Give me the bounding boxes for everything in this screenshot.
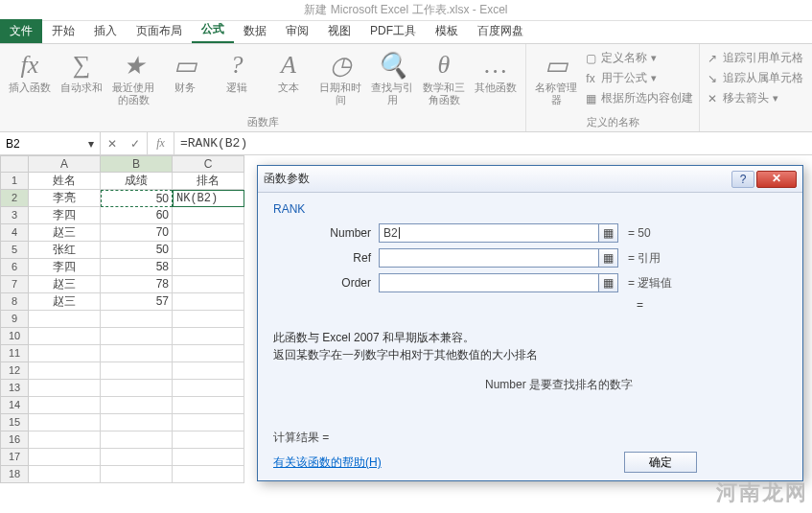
cell[interactable] xyxy=(29,380,101,397)
dialog-titlebar[interactable]: 函数参数 ? ✕ xyxy=(258,166,802,193)
col-header-a[interactable]: A xyxy=(29,155,101,173)
cell[interactable] xyxy=(173,380,244,397)
cell[interactable] xyxy=(101,431,173,449)
tab-formula[interactable]: 公式 xyxy=(192,17,234,43)
row-header[interactable]: 11 xyxy=(0,345,29,362)
name-box[interactable]: ▾ xyxy=(0,132,101,154)
col-header-c[interactable]: C xyxy=(173,155,244,173)
tab-file[interactable]: 文件 xyxy=(0,19,42,43)
datetime-button[interactable]: ◷日期和时间 xyxy=(316,47,364,106)
trace-precedents-button[interactable]: ↗追踪引用单元格 xyxy=(706,49,803,67)
cell[interactable] xyxy=(101,414,173,431)
cell[interactable] xyxy=(173,431,244,449)
arg-order-input[interactable] xyxy=(379,273,599,292)
tab-review[interactable]: 审阅 xyxy=(276,19,318,43)
cell[interactable] xyxy=(101,449,173,466)
cell[interactable]: 50 xyxy=(101,242,173,259)
text-button[interactable]: A文本 xyxy=(265,47,313,106)
cell[interactable]: 78 xyxy=(101,276,173,293)
cell[interactable] xyxy=(29,345,101,362)
tab-data[interactable]: 数据 xyxy=(234,19,276,43)
tab-insert[interactable]: 插入 xyxy=(84,19,127,43)
cell[interactable]: 赵三 xyxy=(29,224,101,242)
cell[interactable] xyxy=(101,397,173,414)
ok-button[interactable]: 确定 xyxy=(624,452,697,473)
cell[interactable]: 赵三 xyxy=(29,293,101,311)
row-header[interactable]: 18 xyxy=(0,466,29,483)
name-box-input[interactable] xyxy=(6,137,88,151)
cell[interactable] xyxy=(173,466,244,483)
cell[interactable]: 李四 xyxy=(29,207,101,224)
cell[interactable] xyxy=(29,397,101,414)
cell[interactable] xyxy=(29,466,101,483)
select-all-corner[interactable] xyxy=(0,155,29,173)
cell[interactable] xyxy=(29,414,101,431)
tab-pdf[interactable]: PDF工具 xyxy=(360,19,426,43)
create-from-selection-button[interactable]: ▦根据所选内容创建 xyxy=(584,89,693,107)
cell[interactable]: 姓名 xyxy=(29,173,101,190)
cell[interactable]: 58 xyxy=(101,259,173,276)
formula-bar[interactable]: =RANK(B2) xyxy=(174,132,812,154)
row-header[interactable]: 16 xyxy=(0,431,29,449)
row-header[interactable]: 13 xyxy=(0,380,29,397)
row-header[interactable]: 10 xyxy=(0,328,29,345)
arg-ref-picker[interactable]: ▦ xyxy=(599,248,618,268)
row-header[interactable]: 7 xyxy=(0,276,29,293)
dialog-close-button[interactable]: ✕ xyxy=(756,171,797,188)
row-header[interactable]: 9 xyxy=(0,311,29,328)
row-header[interactable]: 14 xyxy=(0,397,29,414)
row-header[interactable]: 5 xyxy=(0,242,29,259)
remove-arrows-button[interactable]: ✕移去箭头 ▾ xyxy=(706,89,803,107)
autosum-button[interactable]: ∑自动求和 xyxy=(58,47,105,106)
row-header[interactable]: 15 xyxy=(0,414,29,431)
trace-dependents-button[interactable]: ↘追踪从属单元格 xyxy=(706,69,803,87)
tab-layout[interactable]: 页面布局 xyxy=(127,19,192,43)
dialog-help-button[interactable]: ? xyxy=(731,171,754,188)
name-manager-button[interactable]: ▭名称管理器 xyxy=(532,47,580,107)
recent-fn-button[interactable]: ★最近使用的函数 xyxy=(109,47,157,106)
cell[interactable] xyxy=(101,380,173,397)
row-header[interactable]: 17 xyxy=(0,449,29,466)
cell[interactable] xyxy=(173,293,244,311)
row-header[interactable]: 2 xyxy=(0,190,29,207)
logic-button[interactable]: ?逻辑 xyxy=(213,47,261,106)
cell[interactable]: 李四 xyxy=(29,259,101,276)
row-header[interactable]: 12 xyxy=(0,362,29,380)
lookup-button[interactable]: 🔍查找与引用 xyxy=(368,47,416,106)
cell[interactable] xyxy=(173,414,244,431)
cell[interactable] xyxy=(29,449,101,466)
cell[interactable] xyxy=(173,242,244,259)
arg-number-input[interactable]: B2 xyxy=(379,223,599,243)
cell[interactable] xyxy=(173,207,244,224)
tab-view[interactable]: 视图 xyxy=(318,19,360,43)
cell[interactable] xyxy=(173,397,244,414)
cell[interactable]: 70 xyxy=(101,224,173,242)
tab-start[interactable]: 开始 xyxy=(42,19,84,43)
row-header[interactable]: 8 xyxy=(0,293,29,311)
cell[interactable]: 李亮 xyxy=(29,190,101,207)
cell[interactable] xyxy=(101,345,173,362)
cell[interactable] xyxy=(101,311,173,328)
cell[interactable] xyxy=(29,311,101,328)
confirm-edit-button[interactable]: ✓ xyxy=(124,137,147,151)
arg-ref-input[interactable] xyxy=(379,248,599,268)
cell[interactable] xyxy=(101,362,173,380)
row-header[interactable]: 6 xyxy=(0,259,29,276)
cell[interactable] xyxy=(173,276,244,293)
cell[interactable] xyxy=(29,328,101,345)
cell[interactable] xyxy=(173,362,244,380)
arg-number-picker[interactable]: ▦ xyxy=(599,223,618,243)
arg-order-picker[interactable]: ▦ xyxy=(599,273,618,292)
cell[interactable]: 成绩 xyxy=(101,173,173,190)
cell[interactable] xyxy=(173,449,244,466)
cell[interactable]: 50 xyxy=(101,190,173,207)
define-name-button[interactable]: ▢定义名称 ▾ xyxy=(584,49,693,67)
cell[interactable] xyxy=(173,259,244,276)
tab-baidu[interactable]: 百度网盘 xyxy=(468,19,533,43)
finance-button[interactable]: ▭财务 xyxy=(161,47,209,106)
other-fn-button[interactable]: …其他函数 xyxy=(472,47,520,106)
cell[interactable]: 60 xyxy=(101,207,173,224)
function-help-link[interactable]: 有关该函数的帮助(H) xyxy=(273,455,382,471)
cell[interactable]: 57 xyxy=(101,293,173,311)
cell[interactable]: 排名 xyxy=(173,173,244,190)
